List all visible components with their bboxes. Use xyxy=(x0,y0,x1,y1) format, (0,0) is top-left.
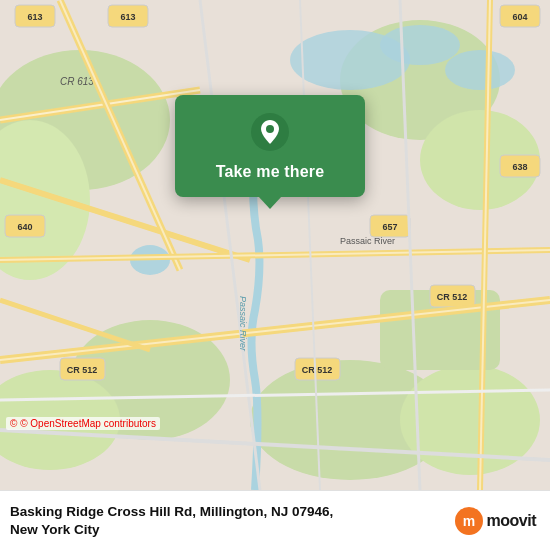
take-me-there-button[interactable]: Take me there xyxy=(216,161,325,183)
svg-text:m: m xyxy=(462,513,474,529)
svg-point-12 xyxy=(445,50,515,90)
svg-text:613: 613 xyxy=(120,12,135,22)
moovit-icon: m xyxy=(455,507,483,535)
svg-text:604: 604 xyxy=(512,12,527,22)
attribution-text: © © OpenStreetMap contributors xyxy=(10,418,156,429)
svg-text:CR 512: CR 512 xyxy=(437,292,468,302)
address-line: Basking Ridge Cross Hill Rd, Millington,… xyxy=(10,503,455,538)
moovit-text: moovit xyxy=(487,512,536,530)
svg-point-53 xyxy=(266,125,274,133)
moovit-logo: m moovit xyxy=(455,507,536,535)
address-block: Basking Ridge Cross Hill Rd, Millington,… xyxy=(10,503,455,538)
map-container: 613 CR 613 604 613 638 640 657 CR 512 CR… xyxy=(0,0,550,490)
svg-text:613: 613 xyxy=(27,12,42,22)
location-pin-icon xyxy=(251,113,289,151)
svg-text:CR 512: CR 512 xyxy=(67,365,98,375)
svg-text:CR 613: CR 613 xyxy=(60,76,94,87)
popup-card: Take me there xyxy=(175,95,365,197)
svg-text:Passaic River: Passaic River xyxy=(238,296,248,352)
svg-point-11 xyxy=(380,25,460,65)
map-attribution: © © OpenStreetMap contributors xyxy=(6,417,160,430)
svg-text:CR 512: CR 512 xyxy=(302,365,333,375)
svg-text:640: 640 xyxy=(17,222,32,232)
svg-text:657: 657 xyxy=(382,222,397,232)
svg-text:638: 638 xyxy=(512,162,527,172)
svg-text:Passaic River: Passaic River xyxy=(340,236,395,246)
address-line1: Basking Ridge Cross Hill Rd, Millington,… xyxy=(10,504,333,519)
address-line2: New York City xyxy=(10,522,100,537)
bottom-bar: Basking Ridge Cross Hill Rd, Millington,… xyxy=(0,490,550,550)
